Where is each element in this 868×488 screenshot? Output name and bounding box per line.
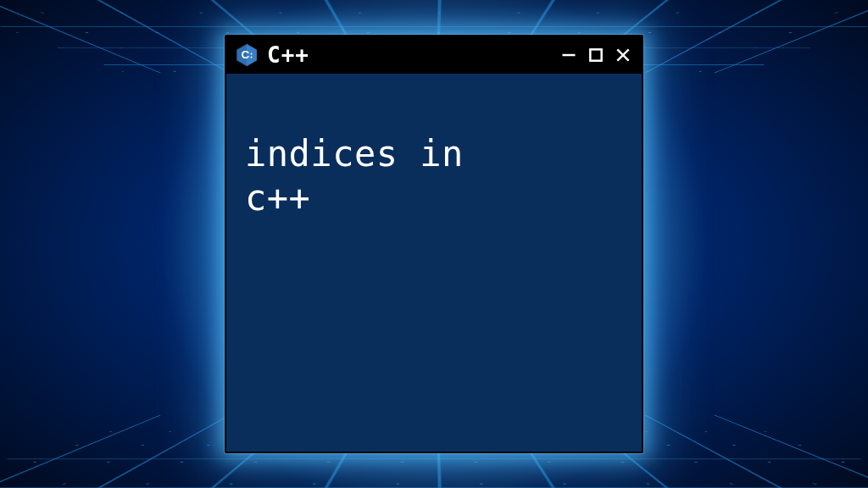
titlebar[interactable]: C + + C++ — [226, 36, 642, 74]
maximize-button[interactable] — [586, 45, 606, 65]
body-text: indices in c++ — [245, 133, 464, 219]
terminal-body: indices in c++ — [226, 74, 642, 452]
svg-text:C: C — [241, 48, 249, 61]
close-button[interactable] — [613, 45, 633, 65]
svg-text:+: + — [250, 54, 253, 59]
svg-rect-6 — [590, 49, 601, 60]
window-controls — [559, 45, 633, 65]
terminal-window: C + + C++ indices in c++ — [225, 35, 643, 453]
cpp-logo-icon: C + + — [235, 43, 259, 67]
minimize-button[interactable] — [559, 45, 579, 65]
window-title: C++ — [267, 42, 550, 68]
